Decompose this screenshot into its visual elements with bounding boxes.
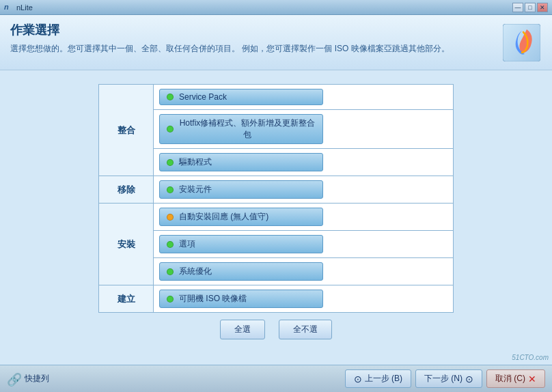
item-cell: 安裝元件 bbox=[154, 176, 454, 204]
orange-indicator bbox=[167, 214, 174, 221]
cancel-x-icon: ✕ bbox=[528, 374, 536, 384]
task-button[interactable]: Service Pack bbox=[159, 89, 323, 105]
task-label: Service Pack bbox=[179, 92, 227, 102]
footer-right: ⊙ 上一步 (B) 下一步 (N) ⊙ 取消 (C) ✕ bbox=[345, 369, 545, 388]
green-indicator bbox=[167, 94, 174, 100]
task-button[interactable]: 自動安裝回應 (無人值守) bbox=[159, 208, 323, 226]
cancel-label: 取消 (C) bbox=[495, 373, 525, 384]
shortcut-label: 快捷列 bbox=[25, 373, 49, 384]
task-label: 系統優化 bbox=[179, 266, 212, 277]
task-label: 可開機 ISO 映像檔 bbox=[179, 293, 247, 305]
item-cell: Hotfix修補程式、額外新增及更新整合包 bbox=[154, 110, 454, 149]
close-button[interactable]: ✕ bbox=[537, 3, 548, 12]
category-cell: 整合 bbox=[99, 85, 154, 176]
category-cell: 安裝 bbox=[99, 204, 154, 285]
prev-icon: ⊙ bbox=[354, 374, 362, 384]
prev-label: 上一步 (B) bbox=[365, 373, 402, 384]
app-icon: n bbox=[4, 3, 14, 12]
item-cell: 選項 bbox=[154, 231, 454, 258]
green-indicator bbox=[167, 296, 174, 303]
watermark: 51CTO.com bbox=[512, 354, 549, 361]
maximize-button[interactable]: □ bbox=[525, 3, 536, 12]
task-button[interactable]: Hotfix修補程式、額外新增及更新整合包 bbox=[159, 114, 323, 144]
next-label: 下一步 (N) bbox=[424, 373, 463, 384]
header-description: 選擇您想做的。您可選擇其中一個、全部、取任何合併的項目。 例如，您可選擇製作一個… bbox=[10, 42, 475, 55]
task-button[interactable]: 可開機 ISO 映像檔 bbox=[159, 290, 323, 308]
minimize-button[interactable]: — bbox=[512, 3, 523, 12]
item-cell: 自動安裝回應 (無人值守) bbox=[154, 204, 454, 231]
green-indicator bbox=[167, 186, 174, 193]
main-content: 整合Service PackHotfix修補程式、額外新增及更新整合包驅動程式移… bbox=[0, 70, 552, 365]
task-label: 選項 bbox=[179, 238, 195, 250]
task-label: 自動安裝回應 (無人值守) bbox=[179, 211, 268, 223]
header: 作業選擇 選擇您想做的。您可選擇其中一個、全部、取任何合併的項目。 例如，您可選… bbox=[0, 15, 552, 70]
shortcut-icon: 🔗 bbox=[7, 372, 20, 386]
footer: 🔗 快捷列 ⊙ 上一步 (B) 下一步 (N) ⊙ 取消 (C) ✕ bbox=[0, 365, 552, 392]
footer-left: 🔗 快捷列 bbox=[7, 372, 345, 386]
category-cell: 移除 bbox=[99, 176, 154, 204]
page-title: 作業選擇 bbox=[10, 22, 501, 38]
green-indicator bbox=[167, 268, 174, 275]
task-label: 驅動程式 bbox=[179, 156, 212, 168]
prev-button[interactable]: ⊙ 上一步 (B) bbox=[345, 369, 411, 388]
task-table: 整合Service PackHotfix修補程式、額外新增及更新整合包驅動程式移… bbox=[98, 84, 454, 313]
task-button[interactable]: 選項 bbox=[159, 235, 323, 253]
logo bbox=[501, 22, 542, 63]
table-row: 安裝自動安裝回應 (無人值守) bbox=[99, 204, 454, 231]
task-button[interactable]: 系統優化 bbox=[159, 262, 323, 281]
deselect-all-button[interactable]: 全不選 bbox=[279, 320, 332, 339]
green-indicator bbox=[167, 241, 174, 248]
next-button[interactable]: 下一步 (N) ⊙ bbox=[415, 369, 482, 388]
item-cell: 驅動程式 bbox=[154, 149, 454, 176]
header-content: 作業選擇 選擇您想做的。您可選擇其中一個、全部、取任何合併的項目。 例如，您可選… bbox=[10, 22, 501, 55]
logo-svg bbox=[503, 24, 540, 61]
item-cell: Service Pack bbox=[154, 85, 454, 110]
cancel-button[interactable]: 取消 (C) ✕ bbox=[486, 369, 545, 388]
select-all-button[interactable]: 全選 bbox=[220, 320, 265, 339]
title-bar-text: nLite bbox=[16, 3, 512, 12]
title-bar-buttons: — □ ✕ bbox=[512, 3, 548, 12]
task-button[interactable]: 驅動程式 bbox=[159, 153, 323, 171]
bottom-action-area: 全選 全不選 bbox=[27, 313, 525, 343]
green-indicator bbox=[167, 159, 174, 166]
table-row: 整合Service Pack bbox=[99, 85, 454, 110]
table-row: 建立可開機 ISO 映像檔 bbox=[99, 285, 454, 313]
next-icon: ⊙ bbox=[465, 374, 473, 384]
task-label: Hotfix修補程式、額外新增及更新整合包 bbox=[179, 117, 316, 141]
item-cell: 系統優化 bbox=[154, 258, 454, 285]
item-cell: 可開機 ISO 映像檔 bbox=[154, 285, 454, 313]
task-label: 安裝元件 bbox=[179, 184, 212, 195]
green-indicator bbox=[167, 126, 174, 132]
category-cell: 建立 bbox=[99, 285, 154, 313]
table-row: 移除安裝元件 bbox=[99, 176, 454, 204]
task-button[interactable]: 安裝元件 bbox=[159, 180, 323, 199]
title-bar: n nLite — □ ✕ bbox=[0, 0, 552, 15]
